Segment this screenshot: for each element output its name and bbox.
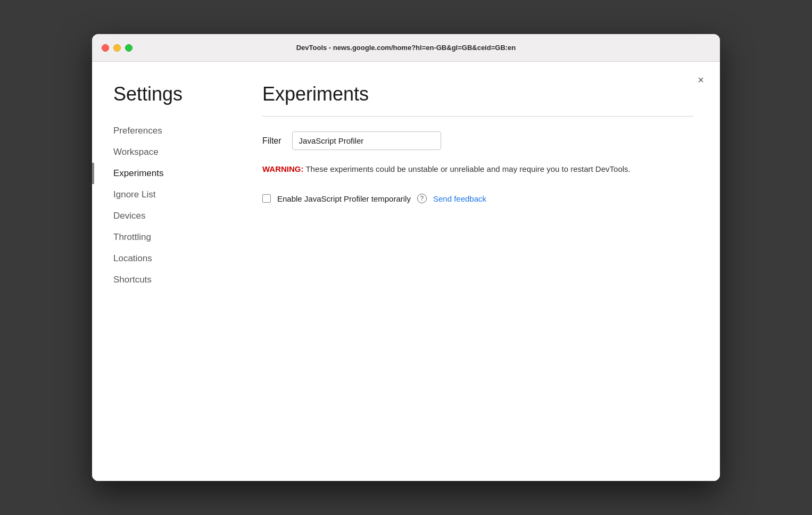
minimize-traffic-light[interactable] bbox=[113, 44, 121, 52]
help-icon[interactable]: ? bbox=[417, 194, 427, 203]
js-profiler-label: Enable JavaScript Profiler temporarily bbox=[277, 194, 411, 203]
sidebar: Settings Preferences Workspace Experimen… bbox=[92, 62, 241, 481]
main-content: × Experiments Filter WARNING: These expe… bbox=[241, 62, 720, 481]
close-button[interactable]: × bbox=[698, 74, 704, 85]
sidebar-nav: Preferences Workspace Experiments Ignore… bbox=[113, 120, 241, 290]
sidebar-item-ignore-list[interactable]: Ignore List bbox=[113, 184, 241, 205]
devtools-window: DevTools - news.google.com/home?hl=en-GB… bbox=[92, 34, 720, 481]
close-traffic-light[interactable] bbox=[102, 44, 109, 52]
traffic-lights bbox=[102, 44, 132, 52]
send-feedback-link[interactable]: Send feedback bbox=[433, 194, 486, 203]
window-title: DevTools - news.google.com/home?hl=en-GB… bbox=[296, 44, 516, 52]
warning-box: WARNING: These experiments could be unst… bbox=[262, 163, 693, 176]
sidebar-item-throttling[interactable]: Throttling bbox=[113, 227, 241, 248]
sidebar-item-shortcuts[interactable]: Shortcuts bbox=[113, 269, 241, 290]
js-profiler-checkbox[interactable] bbox=[262, 194, 271, 203]
sidebar-item-experiments[interactable]: Experiments bbox=[113, 163, 241, 184]
experiment-row: Enable JavaScript Profiler temporarily ?… bbox=[262, 190, 693, 206]
maximize-traffic-light[interactable] bbox=[125, 44, 132, 52]
warning-text: WARNING: These experiments could be unst… bbox=[262, 163, 693, 176]
experiments-title: Experiments bbox=[262, 83, 693, 105]
sidebar-item-devices[interactable]: Devices bbox=[113, 205, 241, 227]
title-bar: DevTools - news.google.com/home?hl=en-GB… bbox=[92, 34, 720, 62]
window-content: Settings Preferences Workspace Experimen… bbox=[92, 62, 720, 481]
sidebar-item-locations[interactable]: Locations bbox=[113, 248, 241, 269]
filter-label: Filter bbox=[262, 136, 281, 146]
sidebar-item-workspace[interactable]: Workspace bbox=[113, 142, 241, 163]
settings-title: Settings bbox=[113, 83, 241, 105]
warning-label: WARNING: bbox=[262, 164, 304, 173]
filter-input[interactable] bbox=[292, 131, 441, 150]
filter-row: Filter bbox=[262, 131, 693, 150]
sidebar-item-preferences[interactable]: Preferences bbox=[113, 120, 241, 142]
warning-message: These experiments could be unstable or u… bbox=[304, 164, 631, 173]
title-divider bbox=[262, 116, 693, 117]
